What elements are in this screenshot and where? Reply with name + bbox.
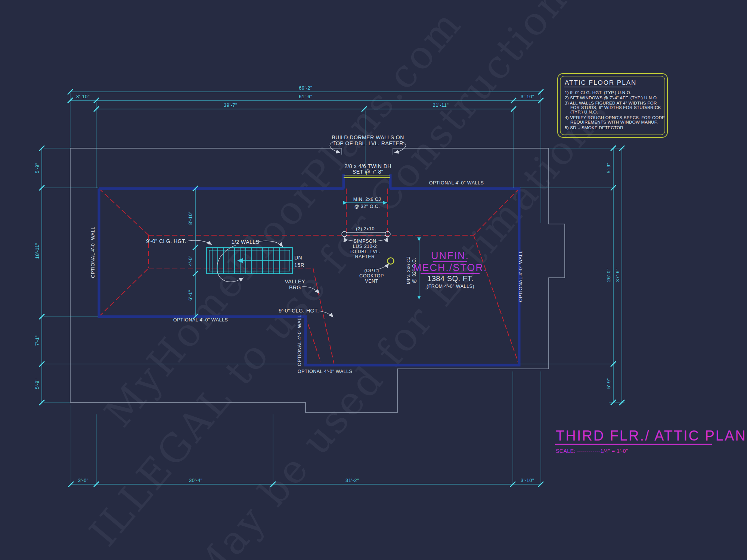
valley-brg-line-2: BRG <box>289 284 301 290</box>
sheet-title: THIRD FLR./ ATTIC PLAN <box>556 428 747 444</box>
simpson-line-2: LUS 210-2 <box>353 244 377 249</box>
dim-interior-a: 8'-10" <box>187 211 193 225</box>
optional-walls-bottom: OPTIONAL 4'-0" WALLS <box>298 369 353 374</box>
optional-walls-top: OPTIONAL 4'-0" WALLS <box>429 180 484 186</box>
dim-top-right-offset: 3'-10" <box>521 94 534 99</box>
dim-top-overall: 69'-2" <box>299 85 312 91</box>
cooktop-line-2: COOKTOP <box>359 273 384 279</box>
room-area-note: (FROM 4'-0" WALLS) <box>427 284 474 289</box>
note-line-8: 5) SD = SMOKE DETECTOR <box>565 125 623 130</box>
clg-hgt-label-1: 9'-0" CLG. HGT. <box>146 238 186 244</box>
simpson-line-3: TO DBL. LVL. <box>350 249 381 254</box>
clg-hgt-leader-1 <box>187 240 212 245</box>
stair-dimensions: 8'-10" 4'-0" 6'-1" <box>187 211 193 301</box>
dim-right-a: 5'-9" <box>606 163 611 173</box>
dim-interior-b: 4'-0" <box>187 255 193 266</box>
dim-bottom-d: 3'-10" <box>521 477 534 483</box>
room-area: 1384 SQ. FT. <box>427 274 474 283</box>
dormer-cj-line-2: @ 32" O.C. <box>354 204 380 209</box>
dormer-window-line-2: SET @ 7'-8" <box>353 169 383 175</box>
dim-right-c: 5'-9" <box>606 378 611 389</box>
stairs-risers-label: 15R <box>294 262 304 268</box>
note-line-7: REQUIREMENTS WITH WINDOW MANUF. <box>570 120 658 124</box>
dim-interior-c: 6'-1" <box>187 290 193 301</box>
clg-hgt-label-2: 9'-0" CLG. HGT. <box>279 308 319 314</box>
dim-left-a: 5'-9" <box>34 163 40 173</box>
optional-wall-right: OPTIONAL 4'-0" WALL <box>518 251 523 302</box>
note-line-2: 2) SET WINDOWS @ 7'-4" AFF. (TYP.) U.N.O… <box>565 96 658 100</box>
cooktop-line-1: (OPT.) <box>364 268 379 273</box>
dim-left-c: 7'-1" <box>34 335 40 346</box>
watermark: MyHomeFloorPlans.com ILLEGAL to use for … <box>81 0 618 560</box>
attic-floor-plan-drawing: MyHomeFloorPlans.com ILLEGAL to use for … <box>0 0 747 560</box>
sheet-scale: SCALE: ------------1/4" = 1'-0" <box>556 448 628 454</box>
dim-top-left-section: 39'-7" <box>224 102 237 108</box>
dormer-window-line-1: 2/8 x 4/6 TWIN DH <box>344 163 391 169</box>
room-name-line-1: UNFIN. <box>431 250 469 261</box>
dim-top-main: 61'-6" <box>299 94 312 99</box>
simpson-line-1: SIMPSON <box>353 239 376 244</box>
optional-wall-step: OPTIONAL 4'-0" WALL <box>297 315 302 366</box>
clg-hgt-leader-2 <box>319 311 333 317</box>
dim-bottom-c: 31'-2" <box>345 477 359 483</box>
dim-bottom-b: 30'-4" <box>189 477 202 483</box>
note-line-5: (TYP.) U.N.O. <box>570 110 598 114</box>
dim-right-b: 26'-0" <box>606 268 611 282</box>
room-name-line-2: MECH./STOR. <box>413 262 487 273</box>
notes-box-title: ATTIC FLOOR PLAN <box>565 79 636 86</box>
dim-right-total: 37'-6" <box>615 268 620 282</box>
cj-right-line-1: MIN. 2x6 CJ <box>406 256 411 284</box>
note-line-3: 3) ALL WALLS FIGURED AT 4" WIDTHS FOR <box>565 101 657 105</box>
valley-brg-line-1: VALLEY <box>285 279 306 284</box>
cooktop-vent-symbol <box>388 258 394 264</box>
dim-top-right-section: 21'-11" <box>433 102 449 108</box>
optional-wall-left: OPTIONAL 4'-0" WALL <box>90 227 96 278</box>
dormer-cj-line-1: MIN. 2x6 CJ <box>353 197 381 202</box>
dim-top-left-offset: 3'-10" <box>76 94 90 99</box>
dim-bottom-a: 3'-0" <box>78 477 89 483</box>
dormer-callout-line-2: TOP OF DBL. LVL. RAFTER <box>332 140 403 146</box>
beam-label: (2) 2x10 <box>356 226 375 231</box>
title-block: THIRD FLR./ ATTIC PLAN SCALE: ----------… <box>555 428 747 454</box>
watermark-line-1: MyHomeFloorPlans.com <box>96 1 471 435</box>
note-line-4: FOR STUDS, 9" WIDTHS FOR STUD/BRICK <box>570 105 661 110</box>
dim-left-d: 5'-9" <box>34 379 40 389</box>
simpson-line-4: RAFTER <box>355 254 375 259</box>
note-line-6: 4) VERIFY ROUGH OPNG'S,SPECS. FOR CODE <box>565 115 665 120</box>
cooktop-line-3: VENT <box>365 279 378 284</box>
left-dimensions: 5'-9" 18'-11" 7'-1" 5'-9" <box>34 163 40 389</box>
half-walls-label: 1/2 WALLS <box>232 239 260 245</box>
dim-left-b: 18'-11" <box>34 243 40 259</box>
notes-box: ATTIC FLOOR PLAN 1) 9'-0" CLG. HGT. (TYP… <box>558 74 667 137</box>
optional-walls-bottom-left: OPTIONAL 4'-0" WALLS <box>173 317 228 323</box>
stairs-dn-label: DN <box>294 255 302 261</box>
dormer-callout-line-1: BUILD DORMER WALLS ON <box>332 134 404 140</box>
note-line-1: 1) 9'-0" CLG. HGT. (TYP.) U.N.O. <box>565 90 632 95</box>
watermark-line-2: ILLEGAL to use for Construction <box>81 0 577 555</box>
